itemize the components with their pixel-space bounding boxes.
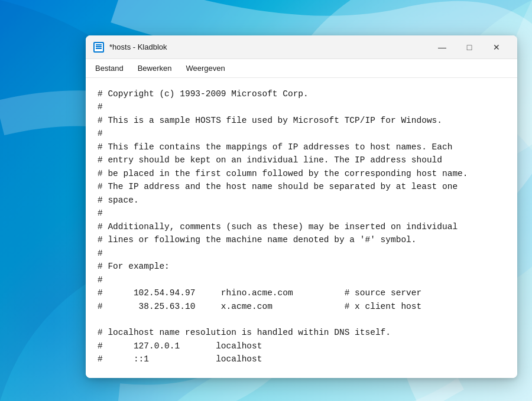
editor-text[interactable]: # Copyright (c) 1993-2009 Microsoft Corp… bbox=[98, 87, 505, 369]
minimize-button[interactable]: — bbox=[429, 38, 456, 57]
title-bar: *hosts - Kladblok — □ ✕ bbox=[86, 35, 517, 59]
menu-bar: Bestand Bewerken Weergeven bbox=[86, 59, 517, 78]
maximize-button[interactable]: □ bbox=[456, 38, 483, 57]
menu-weergeven[interactable]: Weergeven bbox=[179, 61, 232, 75]
window-controls: — □ ✕ bbox=[429, 38, 510, 57]
menu-bestand[interactable]: Bestand bbox=[88, 61, 131, 75]
window-title: *hosts - Kladblok bbox=[109, 43, 429, 51]
notepad-window: *hosts - Kladblok — □ ✕ Bestand Bewerken… bbox=[86, 35, 517, 378]
notepad-icon bbox=[93, 42, 104, 53]
editor-container[interactable]: # Copyright (c) 1993-2009 Microsoft Corp… bbox=[86, 78, 517, 378]
app-icon bbox=[93, 41, 105, 53]
close-button[interactable]: ✕ bbox=[483, 38, 510, 57]
menu-bewerken[interactable]: Bewerken bbox=[131, 61, 179, 75]
